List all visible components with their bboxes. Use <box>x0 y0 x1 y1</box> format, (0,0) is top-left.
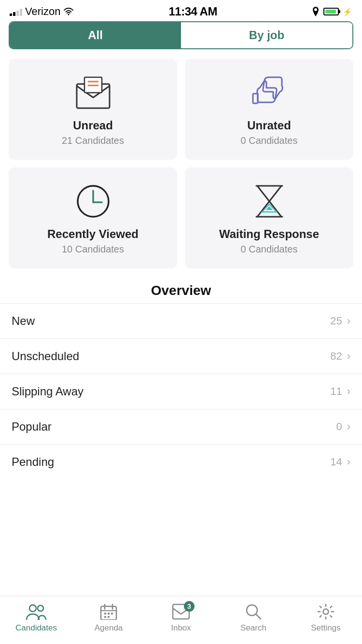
overview-item-right-pending: 14 › <box>330 456 350 468</box>
inbox-badge: 3 <box>184 601 195 612</box>
carrier-label: Verizon <box>25 5 60 18</box>
nav-search-label: Search <box>240 623 266 633</box>
waiting-response-title: Waiting Response <box>219 227 319 241</box>
svg-rect-20 <box>108 616 110 618</box>
status-right: ⚡ <box>312 7 352 16</box>
nav-agenda-label: Agenda <box>95 623 123 633</box>
unrated-card[interactable]: Unrated 0 Candidates <box>185 59 353 160</box>
overview-item-popular[interactable]: Popular 0 › <box>0 409 362 444</box>
unrated-count: 0 Candidates <box>241 135 298 146</box>
charging-icon: ⚡ <box>343 7 352 16</box>
overview-title: Overview <box>0 283 362 298</box>
status-bar: Verizon 11:34 AM ⚡ <box>0 0 362 21</box>
unread-title: Unread <box>73 119 113 132</box>
wifi-icon <box>63 8 74 15</box>
nav-inbox-label: Inbox <box>171 623 191 633</box>
svg-point-10 <box>29 605 36 612</box>
waiting-response-card[interactable]: Waiting Response 0 Candidates <box>185 168 353 268</box>
tab-by-job[interactable]: By job <box>181 22 352 48</box>
nav-candidates-label: Candidates <box>15 623 57 633</box>
recently-viewed-card[interactable]: Recently Viewed 10 Candidates <box>9 168 177 268</box>
nav-settings-label: Settings <box>311 623 340 633</box>
svg-point-11 <box>38 605 43 611</box>
envelope-icon <box>71 73 115 112</box>
tab-all[interactable]: All <box>10 22 181 48</box>
candidates-icon <box>26 603 47 620</box>
svg-rect-17 <box>108 613 110 615</box>
svg-rect-18 <box>111 613 113 615</box>
search-icon <box>243 603 264 620</box>
recently-viewed-title: Recently Viewed <box>47 227 139 241</box>
inbox-icon: 3 <box>170 603 192 620</box>
svg-point-24 <box>323 609 329 614</box>
svg-rect-19 <box>104 616 106 618</box>
hourglass-icon <box>248 182 291 221</box>
svg-line-23 <box>256 614 261 619</box>
svg-rect-16 <box>104 613 106 615</box>
location-icon <box>312 7 320 16</box>
unread-count: 21 Candidates <box>62 135 124 146</box>
nav-settings[interactable]: Settings <box>290 603 362 633</box>
overview-item-right-new: 25 › <box>330 315 350 327</box>
overview-item-pending[interactable]: Pending 14 › <box>0 444 362 479</box>
unrated-title: Unrated <box>247 119 291 132</box>
svg-rect-4 <box>253 94 258 103</box>
signal-icon <box>10 7 22 16</box>
nav-candidates[interactable]: Candidates <box>0 603 72 633</box>
nav-inbox[interactable]: 3 Inbox <box>145 603 217 633</box>
overview-item-slipping-away[interactable]: Slipping Away 11 › <box>0 374 362 409</box>
overview-item-new[interactable]: New 25 › <box>0 303 362 338</box>
chevron-right-icon: › <box>347 420 350 433</box>
chevron-right-icon: › <box>347 385 350 398</box>
overview-item-right-unscheduled: 82 › <box>330 350 350 363</box>
nav-agenda[interactable]: Agenda <box>72 603 145 633</box>
battery-indicator <box>323 8 339 15</box>
unread-card[interactable]: Unread 21 Candidates <box>9 59 177 160</box>
bottom-nav: Candidates Agenda 3 <box>0 596 362 644</box>
clock-icon <box>71 182 115 221</box>
thumbs-icon <box>248 73 291 112</box>
category-cards: Unread 21 Candidates Unrated 0 Candidate… <box>0 59 362 268</box>
overview-item-unscheduled[interactable]: Unscheduled 82 › <box>0 338 362 374</box>
chevron-right-icon: › <box>347 350 350 363</box>
overview-item-right-slipping: 11 › <box>330 385 350 398</box>
overview-section: Overview New 25 › Unscheduled 82 › Slipp… <box>0 283 362 489</box>
status-left: Verizon <box>10 5 74 18</box>
agenda-icon <box>98 603 119 620</box>
nav-search[interactable]: Search <box>217 603 290 633</box>
chevron-right-icon: › <box>347 456 350 468</box>
overview-list: New 25 › Unscheduled 82 › Slipping Away … <box>0 303 362 479</box>
settings-icon <box>315 603 336 620</box>
status-time: 11:34 AM <box>168 5 217 18</box>
overview-item-right-popular: 0 › <box>336 420 350 433</box>
chevron-right-icon: › <box>347 315 350 327</box>
view-toggle[interactable]: All By job <box>9 21 353 49</box>
waiting-response-count: 0 Candidates <box>241 244 298 255</box>
recently-viewed-count: 10 Candidates <box>62 244 124 255</box>
